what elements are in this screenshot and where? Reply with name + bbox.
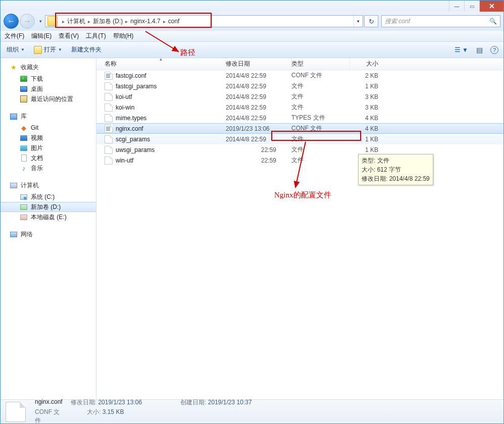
file-name: win-utf — [116, 157, 133, 164]
status-filetype: CONF 文件 — [35, 408, 64, 424]
search-icon[interactable]: 🔍 — [489, 18, 497, 25]
picture-icon — [20, 145, 27, 151]
sidebar-item-recent[interactable]: 最近访问的位置 — [1, 94, 96, 104]
sidebar-item-label: 文档 — [31, 154, 43, 163]
network-icon — [10, 232, 17, 237]
cell-size: 4 KB — [350, 115, 388, 122]
back-button[interactable]: ← — [4, 14, 19, 29]
sidebar-item-label: 桌面 — [31, 85, 43, 93]
menu-view[interactable]: 查看(V) — [59, 32, 79, 40]
sidebar-item-downloads[interactable]: 下载 — [1, 74, 96, 84]
sidebar-item-label: 图片 — [31, 144, 43, 152]
status-details: nginx.conf 修改日期: 2019/1/23 13:06 创建日期: 2… — [35, 398, 252, 424]
preview-pane-button[interactable]: ▤ — [475, 46, 483, 54]
file-name: koi-win — [116, 104, 134, 111]
cell-type: 文件 — [291, 156, 350, 165]
table-row[interactable]: nginx.conf2019/1/23 13:06CONF 文件4 KB — [96, 123, 503, 134]
maximize-button[interactable]: ▭ — [464, 1, 479, 12]
table-row[interactable]: uwsgi_params 22:59文件1 KB — [96, 144, 503, 155]
file-icon — [105, 146, 113, 154]
file-icon — [105, 114, 113, 122]
search-placeholder: 搜索 conf — [385, 17, 410, 26]
cell-date: 2014/4/8 22:59 — [226, 72, 291, 79]
cell-size: 3 KB — [350, 104, 388, 111]
minimize-button[interactable]: ― — [449, 1, 464, 12]
file-name: koi-utf — [116, 93, 132, 100]
sidebar-head-libraries[interactable]: 库 — [1, 111, 96, 123]
video-icon — [20, 135, 27, 141]
cell-name: scgi_params — [96, 135, 226, 143]
sidebar-label: 网络 — [21, 230, 33, 239]
table-row[interactable]: fastcgi.conf2014/4/8 22:59CONF 文件2 KB — [96, 70, 503, 81]
toolbar: 组织 ▼ 打开 ▼ 新建文件夹 ☰ ▼ ▤ ? — [1, 42, 503, 58]
sidebar-item-desktop[interactable]: 桌面 — [1, 84, 96, 94]
sidebar-item-label: 最近访问的位置 — [31, 95, 73, 103]
cell-name: uwsgi_params — [96, 146, 226, 154]
cell-date: 2014/4/8 22:59 — [226, 115, 291, 122]
cell-date: 22:59 — [226, 157, 291, 164]
breadcrumb[interactable]: ▸ 计算机 ▸ 新加卷 (D:) ▸ nginx-1.4.7 ▸ conf ▾ — [45, 15, 363, 27]
forward-button[interactable]: → — [20, 14, 35, 29]
file-list[interactable]: fastcgi.conf2014/4/8 22:59CONF 文件2 KBfas… — [96, 70, 503, 399]
statusbar: nginx.conf 修改日期: 2019/1/23 13:06 创建日期: 2… — [1, 399, 503, 423]
column-type[interactable]: 类型 — [291, 58, 350, 70]
sidebar-item-drive-c[interactable]: 系统 (C:) — [1, 192, 96, 202]
sidebar-item-label: 系统 (C:) — [31, 193, 55, 201]
search-input[interactable]: 搜索 conf 🔍 — [381, 15, 500, 27]
sidebar-item-git[interactable]: ◆Git — [1, 123, 96, 133]
table-row[interactable]: mime.types2014/4/8 22:59TYPES 文件4 KB — [96, 113, 503, 123]
breadcrumb-dropdown[interactable]: ▾ — [354, 16, 363, 27]
breadcrumb-segment[interactable]: conf — [168, 18, 180, 25]
open-button[interactable]: 打开 ▼ — [34, 45, 62, 54]
sidebar-item-videos[interactable]: 视频 — [1, 133, 96, 143]
menu-file[interactable]: 文件(F) — [5, 32, 24, 40]
cell-type: 文件 — [291, 103, 350, 112]
menu-help[interactable]: 帮助(H) — [113, 32, 134, 40]
help-button[interactable]: ? — [490, 46, 498, 54]
menu-tools[interactable]: 工具(T) — [86, 32, 106, 40]
cell-name: win-utf — [96, 156, 226, 165]
menu-edit[interactable]: 编辑(E) — [31, 32, 52, 40]
star-icon: ★ — [10, 64, 18, 72]
sidebar-item-drive-d[interactable]: 新加卷 (D:) — [1, 202, 96, 212]
folder-icon — [47, 16, 58, 26]
sidebar-head-computer[interactable]: 计算机 — [1, 180, 96, 192]
sidebar-item-music[interactable]: ♪音乐 — [1, 163, 96, 173]
chevron-down-icon: ▼ — [58, 47, 62, 52]
tooltip: 类型: 文件 大小: 612 字节 修改日期: 2014/4/8 22:59 — [358, 154, 433, 185]
cell-date: 2014/4/8 22:59 — [226, 83, 291, 90]
column-size[interactable]: 大小 — [350, 60, 388, 68]
tooltip-line: 大小: 612 字节 — [362, 165, 430, 174]
drive-icon — [20, 194, 27, 200]
refresh-button[interactable]: ↻ — [364, 15, 378, 27]
cell-name: fastcgi_params — [96, 82, 226, 90]
table-row[interactable]: scgi_params2014/4/8 22:59文件1 KB — [96, 134, 503, 144]
sidebar-item-pictures[interactable]: 图片 — [1, 143, 96, 153]
open-label: 打开 — [44, 45, 56, 54]
breadcrumb-segment[interactable]: 计算机 — [67, 17, 85, 26]
close-button[interactable]: ✕ — [479, 1, 503, 12]
breadcrumb-segment[interactable]: nginx-1.4.7 — [130, 18, 160, 25]
table-row[interactable]: win-utf 22:59文件4 KB — [96, 155, 503, 166]
file-pane: ▲名称 修改日期 类型 大小 fastcgi.conf2014/4/8 22:5… — [96, 58, 503, 399]
cell-name: fastcgi.conf — [96, 72, 226, 80]
column-name[interactable]: ▲名称 — [96, 58, 226, 70]
status-value: 2019/1/23 10:37 — [208, 399, 252, 406]
sidebar-head-network[interactable]: 网络 — [1, 229, 96, 241]
history-dropdown[interactable]: ▾ — [36, 14, 45, 28]
sidebar-item-drive-e[interactable]: 本地磁盘 (E:) — [1, 212, 96, 222]
sidebar-item-documents[interactable]: 文档 — [1, 153, 96, 163]
table-row[interactable]: koi-utf2014/4/8 22:59文件3 KB — [96, 91, 503, 102]
menubar: 文件(F) 编辑(E) 查看(V) 工具(T) 帮助(H) — [1, 31, 503, 42]
music-icon: ♪ — [20, 164, 28, 172]
sidebar-head-favorites[interactable]: ★ 收藏夹 — [1, 62, 96, 74]
breadcrumb-separator: ▸ — [85, 19, 93, 24]
table-row[interactable]: fastcgi_params2014/4/8 22:59文件1 KB — [96, 81, 503, 91]
table-row[interactable]: koi-win2014/4/8 22:59文件3 KB — [96, 102, 503, 113]
new-folder-button[interactable]: 新建文件夹 — [71, 45, 102, 54]
breadcrumb-segment[interactable]: 新加卷 (D:) — [93, 17, 123, 26]
organize-button[interactable]: 组织 ▼ — [7, 45, 25, 54]
view-button[interactable]: ☰ ▼ — [455, 46, 468, 54]
column-date[interactable]: 修改日期 — [226, 58, 291, 70]
cell-type: 文件 — [291, 145, 350, 154]
